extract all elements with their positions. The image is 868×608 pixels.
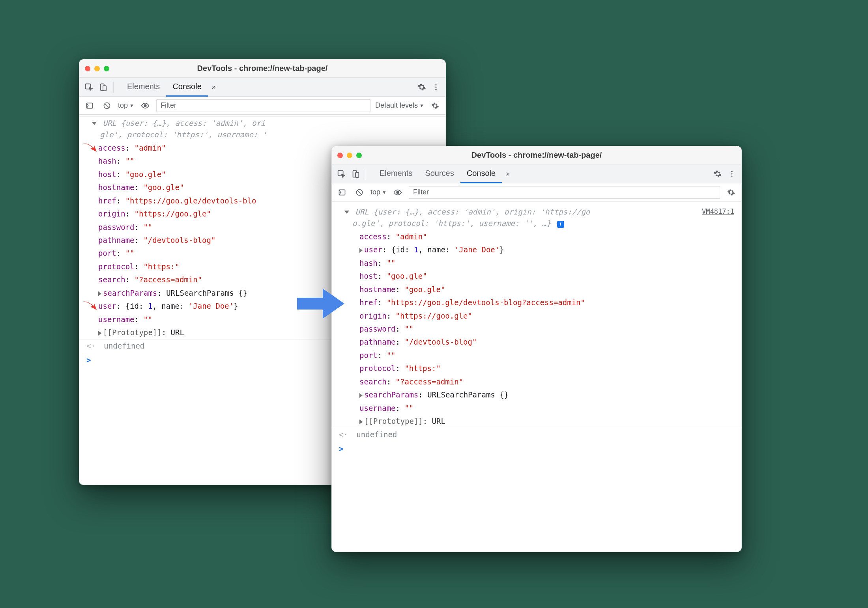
disclosure-right-icon[interactable] [359, 393, 363, 398]
prop-prototype[interactable]: [[Prototype]]: URL [332, 415, 741, 428]
divider [366, 168, 366, 179]
prop-port[interactable]: port: "" [332, 349, 741, 362]
object-summary[interactable]: URL {user: {…}, access: 'admin', ori gle… [79, 116, 445, 142]
summary-line2: o.gle', protocol: 'https:', username: ''… [344, 219, 551, 228]
prop-href[interactable]: href: "https://goo.gle/devtools-blog?acc… [332, 296, 741, 309]
gear-icon[interactable] [725, 186, 737, 199]
kebab-icon[interactable] [430, 81, 442, 93]
context-selector[interactable]: top ▼ [118, 101, 134, 110]
svg-point-5 [435, 89, 436, 90]
prop-username[interactable]: username: "" [332, 402, 741, 415]
tab-console[interactable]: Console [166, 78, 208, 97]
more-tabs-icon[interactable]: » [502, 170, 514, 178]
prop-value: "" [125, 157, 135, 165]
prop-key: protocol [359, 364, 396, 373]
disclosure-right-icon[interactable] [98, 331, 101, 336]
filter-input[interactable]: Filter [409, 186, 720, 199]
more-tabs-icon[interactable]: » [208, 83, 220, 91]
levels-selector[interactable]: Default levels ▼ [375, 101, 424, 110]
prop-host[interactable]: host: "goo.gle" [332, 270, 741, 283]
close-icon[interactable] [85, 66, 90, 71]
eye-icon[interactable] [139, 99, 152, 112]
context-selector[interactable]: top ▼ [370, 188, 387, 196]
undefined-text: undefined [104, 341, 144, 350]
eye-icon[interactable] [391, 186, 404, 199]
clear-console-icon[interactable] [353, 186, 366, 199]
disclosure-right-icon[interactable] [98, 291, 101, 296]
traffic-lights[interactable] [337, 153, 362, 158]
panel-tabs: Elements Console » [121, 78, 220, 96]
prop-hostname[interactable]: hostname: "goo.gle" [332, 283, 741, 296]
prop-key: host [98, 170, 116, 179]
prop-value: "https://goo.gle/devtools-blo [125, 196, 256, 205]
tab-sources[interactable]: Sources [419, 165, 460, 183]
sidebar-toggle-icon[interactable] [83, 99, 96, 112]
prop-pathname[interactable]: pathname: "/devtools-blog" [332, 336, 741, 349]
clear-console-icon[interactable] [101, 99, 113, 112]
disclosure-down-icon[interactable] [92, 122, 97, 125]
prop-access[interactable]: access: "admin" [332, 230, 741, 243]
prop-value: "" [404, 325, 413, 333]
disclosure-right-icon[interactable] [359, 248, 363, 253]
device-toggle-icon[interactable] [97, 81, 109, 93]
gear-icon[interactable] [415, 81, 428, 93]
filter-input[interactable]: Filter [156, 99, 370, 112]
output-undefined: <· undefined [332, 428, 741, 441]
context-label: top [370, 188, 380, 196]
prop-protocol[interactable]: protocol: "https:" [332, 362, 741, 375]
tab-elements[interactable]: Elements [373, 165, 419, 183]
prop-key: hash [359, 259, 378, 267]
tab-elements[interactable]: Elements [121, 78, 166, 97]
titlebar[interactable]: DevTools - chrome://new-tab-page/ [332, 146, 741, 164]
zoom-icon[interactable] [104, 66, 109, 71]
svg-point-14 [731, 175, 732, 177]
prop-key: [[Prototype]] [103, 328, 162, 337]
tab-console[interactable]: Console [460, 165, 502, 183]
prop-value: "" [387, 259, 396, 267]
prop-password[interactable]: password: "" [332, 323, 741, 336]
prop-key: pathname [359, 338, 396, 346]
source-link[interactable]: VM4817:1 [702, 206, 734, 216]
device-toggle-icon[interactable] [349, 168, 362, 180]
minimize-icon[interactable] [94, 66, 100, 71]
prop-value: "goo.gle" [387, 272, 427, 280]
gear-icon[interactable] [711, 168, 724, 180]
prop-origin[interactable]: origin: "https://goo.gle" [332, 310, 741, 323]
disclosure-right-icon[interactable] [359, 420, 363, 424]
info-badge-icon[interactable]: i [557, 221, 564, 228]
object-summary[interactable]: VM4817:1 URL {user: {…}, access: 'admin'… [332, 203, 741, 230]
prop-key: user [364, 245, 382, 254]
prop-key: username [359, 404, 396, 412]
kebab-icon[interactable] [726, 168, 738, 180]
zoom-icon[interactable] [356, 153, 362, 158]
prop-key: password [98, 223, 135, 231]
inspect-icon[interactable] [335, 168, 348, 180]
prop-user[interactable]: user: {id: 1, name: 'Jane Doe'} [332, 243, 741, 256]
prop-key: [[Prototype]] [364, 417, 423, 425]
console-subbar: top ▼ Filter [332, 183, 741, 201]
svg-point-4 [435, 86, 436, 88]
gear-icon[interactable] [429, 99, 441, 112]
filter-placeholder: Filter [161, 101, 176, 110]
prop-value: "" [143, 315, 152, 324]
prop-value: "" [143, 223, 152, 231]
prop-hash[interactable]: hash: "" [332, 257, 741, 270]
titlebar[interactable]: DevTools - chrome://new-tab-page/ [79, 60, 445, 78]
console-subbar: top ▼ Filter Default levels ▼ [79, 97, 445, 115]
output-marker-icon: <· [86, 341, 95, 350]
svg-point-13 [731, 173, 732, 174]
minimize-icon[interactable] [347, 153, 352, 158]
prop-value: "?access=admin" [396, 377, 464, 386]
close-icon[interactable] [337, 153, 343, 158]
sidebar-toggle-icon[interactable] [336, 186, 348, 199]
prop-searchparams[interactable]: searchParams: URLSearchParams {} [332, 388, 741, 401]
prop-search[interactable]: search: "?access=admin" [332, 375, 741, 388]
inspect-icon[interactable] [82, 81, 95, 93]
prop-value: {id: 1, name: 'Jane Doe'} [125, 302, 238, 310]
disclosure-down-icon[interactable] [344, 211, 349, 214]
console-prompt[interactable]: > [332, 442, 741, 456]
context-label: top [118, 101, 128, 110]
window-title: DevTools - chrome://new-tab-page/ [332, 151, 741, 160]
window-title: DevTools - chrome://new-tab-page/ [79, 64, 445, 73]
traffic-lights[interactable] [85, 66, 109, 71]
